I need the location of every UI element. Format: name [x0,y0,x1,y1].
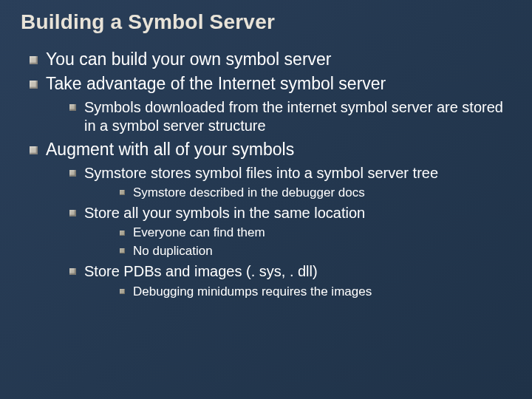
list-item: Symstore described in the debugger docs [114,185,511,201]
list-item: Everyone can find them [114,225,511,241]
list-item: Store PDBs and images (. sys, . dll) Deb… [62,262,511,299]
list-item-label: Symstore stores symbol files into a symb… [84,165,438,181]
list-item: No duplication [114,243,511,259]
bullet-list-level3: Debugging minidumps requires the images [84,284,511,300]
list-item: Symstore stores symbol files into a symb… [62,164,511,201]
list-item: Augment with all of your symbols Symstor… [21,139,511,299]
list-item-label: Augment with all of your symbols [46,140,294,159]
slide: Building a Symbol Server You can build y… [0,0,532,399]
list-item: Take advantage of the Internet symbol se… [21,73,511,136]
bullet-list-level1: You can build your own symbol server Tak… [21,49,511,299]
list-item: You can build your own symbol server [21,49,511,70]
list-item-label: Take advantage of the Internet symbol se… [46,74,386,93]
list-item-label: Store all your symbols in the same locat… [84,205,365,221]
bullet-list-level3: Symstore described in the debugger docs [84,185,511,201]
bullet-list-level2: Symbols downloaded from the internet sym… [46,98,511,136]
bullet-list-level2: Symstore stores symbol files into a symb… [46,164,511,300]
slide-title: Building a Symbol Server [21,10,511,34]
bullet-list-level3: Everyone can find them No duplication [84,225,511,259]
list-item-label: Store PDBs and images (. sys, . dll) [84,263,318,279]
list-item: Debugging minidumps requires the images [114,284,511,300]
list-item: Symbols downloaded from the internet sym… [62,98,511,136]
list-item: Store all your symbols in the same locat… [62,204,511,259]
